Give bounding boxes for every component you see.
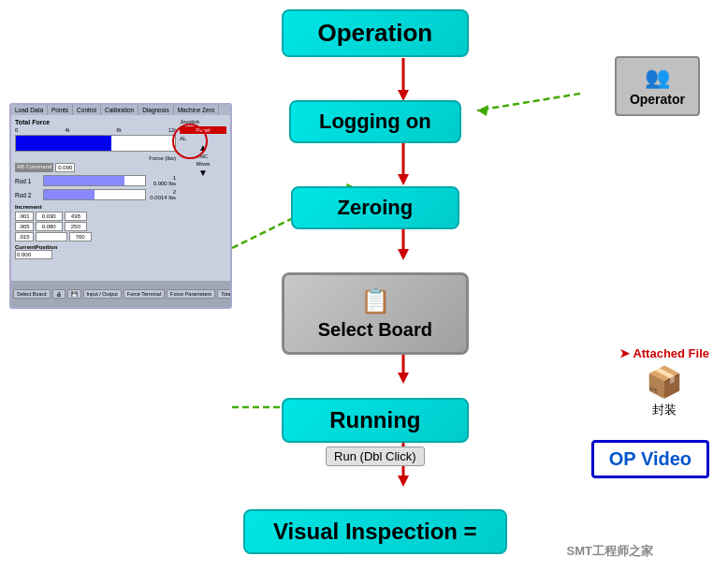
attached-file-section: ➤ Attached File 📦 封装 — [619, 346, 709, 418]
btn-total-params[interactable]: Total Parameters — [217, 289, 232, 299]
attached-file-icon[interactable]: 📦 — [619, 364, 709, 400]
visual-label: Visual Inspection = — [273, 519, 477, 544]
op-video-box[interactable]: OP Video — [591, 440, 709, 478]
tab-load-data[interactable]: Load Data — [11, 105, 48, 115]
attached-file-text-label: Attached File — [633, 346, 709, 360]
run-dbl-click-label[interactable]: Run (Dbl Click) — [326, 447, 424, 466]
current-position: CurrentPosition 0.000 — [15, 244, 176, 259]
force-scale: 04t8t12t — [15, 127, 176, 133]
operator-icon: 👥 — [630, 66, 685, 90]
btn-input-output[interactable]: Input / Output — [83, 289, 122, 299]
btn-icon2[interactable]: 💾 — [67, 289, 81, 299]
operator-box: 👥 Operator — [615, 56, 700, 116]
increment-section: Increment .001 0.030 438 .005 0.080 250 … — [15, 204, 176, 242]
btn-force-params[interactable]: Force Parameters — [167, 289, 215, 299]
tab-diagnosis[interactable]: Diagnosis — [138, 105, 174, 115]
running-label: Running — [329, 407, 420, 432]
operation-box: Operation — [282, 9, 469, 57]
attached-file-prefix: ➤ — [619, 346, 630, 360]
screenshot-panel: Load Data Points Control Calibration Dia… — [9, 103, 232, 309]
op-video-label: OP Video — [609, 448, 692, 469]
total-force-label: Total Force — [15, 119, 176, 125]
panel-tabs: Load Data Points Control Calibration Dia… — [11, 105, 230, 115]
select-board-label: Select Board — [318, 319, 432, 340]
visual-inspection-box: Visual Inspection = — [243, 509, 507, 554]
force-unit: Force (lbs) — [15, 155, 176, 161]
force-bar — [15, 135, 176, 152]
logging-box: Logging on — [289, 100, 461, 143]
btn-select-board[interactable]: Select Board — [13, 289, 51, 299]
attached-file-cn-text: 封装 — [619, 402, 709, 418]
operation-label: Operation — [317, 19, 432, 47]
attached-file-label: ➤ Attached File — [619, 346, 709, 360]
running-area: Running Run (Dbl Click) — [282, 398, 469, 466]
flow-container: Operation Logging on Zeroing 📋 Select Bo… — [243, 9, 507, 554]
joystick-panel: Joystick Panel AL ▲ INC Move ▼ — [180, 119, 226, 259]
tab-points[interactable]: Points — [48, 105, 73, 115]
tab-machine-zero[interactable]: Machine Zero — [174, 105, 220, 115]
running-box: Running — [282, 398, 469, 443]
logging-label: Logging on — [319, 110, 431, 133]
watermark: SMT工程师之家 — [567, 543, 653, 560]
select-board-box[interactable]: 📋 Select Board — [282, 272, 469, 355]
tab-control[interactable]: Control — [73, 105, 101, 115]
rod2-row: Rod 2 20.0014 lbs — [15, 189, 176, 200]
btn-force-terminal[interactable]: Force Terminal — [124, 289, 165, 299]
zeroing-label: Zeroing — [337, 196, 413, 219]
rod1-row: Rod 1 10.000 lbs — [15, 175, 176, 186]
zeroing-box: Zeroing — [291, 186, 459, 229]
tab-calibration[interactable]: Calibration — [101, 105, 138, 115]
operator-label: Operator — [630, 92, 685, 107]
btn-icon1[interactable]: 🖨 — [52, 289, 66, 299]
bottom-toolbar: Select Board 🖨 💾 Input / Output Force Te… — [11, 281, 230, 307]
select-board-icon: 📋 — [313, 286, 438, 315]
force-commands: AB Command 0.000 — [15, 163, 176, 172]
